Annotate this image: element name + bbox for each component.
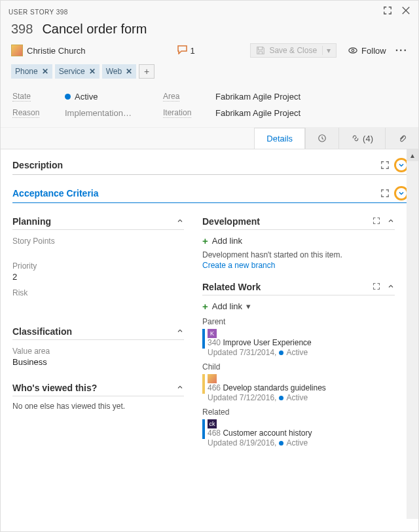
assignee-field[interactable]: Christie Church — [11, 45, 86, 56]
tab-details[interactable]: Details — [254, 128, 305, 149]
eye-icon — [348, 46, 357, 55]
work-item-id: 398 — [11, 22, 33, 37]
reason-label: Reason — [12, 108, 52, 118]
state-dot-icon — [279, 396, 283, 400]
follow-button[interactable]: Follow — [348, 46, 386, 56]
area-field[interactable]: Fabrikam Agile Project — [215, 92, 407, 102]
remove-tag-icon[interactable]: ✕ — [42, 67, 48, 76]
area-label: Area — [163, 92, 202, 102]
fullscreen-icon[interactable] — [373, 217, 380, 227]
avatar-icon: K — [208, 329, 217, 338]
plus-icon: + — [202, 301, 208, 312]
work-item-title[interactable]: Cancel order form — [42, 22, 147, 37]
svg-point-1 — [352, 49, 354, 52]
tab-history[interactable] — [305, 128, 338, 149]
assignee-name: Christie Church — [27, 46, 86, 56]
chevron-up-icon[interactable] — [387, 217, 395, 227]
avatar-icon — [11, 45, 23, 56]
type-bar-icon — [202, 374, 205, 394]
scrollbar[interactable]: ▲ — [407, 149, 418, 519]
dev-hint: Development hasn't started on this item. — [202, 250, 395, 259]
reason-field[interactable]: Implementation… — [65, 108, 150, 118]
value-area-value[interactable]: Business — [12, 357, 184, 367]
related-item-related[interactable]: ck 468 Customer account history Updated … — [202, 419, 395, 447]
avatar-icon: ck — [208, 419, 217, 428]
tag-web[interactable]: Web✕ — [102, 64, 136, 79]
state-field[interactable]: Active — [65, 92, 150, 102]
related-work-header[interactable]: Related Work — [202, 282, 261, 292]
save-close-button[interactable]: Save & Close ▾ — [250, 43, 337, 58]
avatar-icon — [208, 374, 217, 383]
child-label: Child — [202, 362, 395, 371]
related-item-child[interactable]: 466 Develop standards guidelines Updated… — [202, 374, 395, 402]
iteration-field[interactable]: Fabrikam Agile Project — [215, 108, 407, 118]
iteration-label: Iteration — [163, 108, 202, 118]
chevron-down-icon[interactable] — [396, 160, 407, 170]
save-icon — [256, 46, 265, 55]
save-label: Save & Close — [269, 46, 317, 55]
related-item-parent[interactable]: K 340 Improve User Experience Updated 7/… — [202, 329, 395, 357]
state-label: State — [12, 92, 52, 102]
comment-count: 1 — [191, 46, 195, 56]
state-dot-icon — [279, 351, 283, 355]
risk-label: Risk — [12, 288, 184, 297]
priority-label: Priority — [12, 261, 184, 271]
development-header[interactable]: Development — [202, 216, 260, 227]
state-dot-icon — [65, 94, 71, 100]
scroll-up-icon[interactable]: ▲ — [407, 149, 418, 161]
maximize-icon[interactable] — [383, 6, 392, 18]
planning-header[interactable]: Planning — [12, 216, 51, 227]
description-header[interactable]: Description — [12, 160, 63, 170]
link-icon — [351, 134, 360, 143]
add-related-link-button[interactable]: +Add link ▾ — [202, 301, 395, 312]
chevron-up-icon[interactable] — [176, 217, 184, 227]
classification-header[interactable]: Classification — [12, 326, 72, 337]
fullscreen-icon[interactable] — [380, 189, 390, 198]
remove-tag-icon[interactable]: ✕ — [126, 67, 132, 76]
fullscreen-icon[interactable] — [373, 282, 380, 292]
related-label: Related — [202, 408, 395, 417]
chevron-up-icon[interactable] — [176, 327, 184, 337]
tag-service[interactable]: Service✕ — [55, 64, 100, 79]
chevron-up-icon[interactable] — [176, 383, 184, 393]
tab-links[interactable]: (4) — [338, 128, 385, 149]
fullscreen-icon[interactable] — [380, 161, 390, 170]
attachment-icon — [397, 134, 407, 143]
remove-tag-icon[interactable]: ✕ — [89, 67, 96, 76]
chevron-up-icon[interactable] — [387, 282, 395, 292]
follow-label: Follow — [361, 46, 386, 56]
chevron-down-icon[interactable]: ▾ — [322, 46, 331, 55]
create-branch-link[interactable]: Create a new branch — [202, 261, 395, 270]
state-dot-icon — [279, 441, 283, 446]
viewed-header[interactable]: Who's viewed this? — [12, 383, 97, 393]
more-actions-button[interactable]: ··· — [395, 45, 408, 56]
tag-phone[interactable]: Phone✕ — [11, 64, 52, 79]
svg-point-0 — [349, 48, 357, 53]
comment-icon — [177, 45, 188, 56]
tags-row: Phone✕ Service✕ Web✕ + — [1, 64, 418, 85]
plus-icon: + — [202, 235, 208, 246]
parent-label: Parent — [202, 317, 395, 326]
add-dev-link-button[interactable]: +Add link — [202, 235, 395, 246]
type-bar-icon — [202, 329, 205, 349]
add-tag-button[interactable]: + — [139, 64, 155, 79]
work-item-type-label: USER STORY 398 — [9, 9, 68, 16]
chevron-down-icon[interactable] — [396, 188, 407, 199]
history-icon — [318, 134, 327, 143]
acceptance-criteria-header[interactable]: Acceptance Criteria — [12, 188, 99, 199]
tab-attachments[interactable] — [385, 128, 418, 149]
value-area-label: Value area — [12, 347, 184, 356]
viewed-text: No one else has viewed this yet. — [12, 402, 184, 411]
story-points-label: Story Points — [12, 237, 184, 246]
type-bar-icon — [202, 419, 205, 439]
priority-value[interactable]: 2 — [12, 272, 184, 282]
chevron-down-icon[interactable]: ▾ — [246, 301, 251, 311]
comments-button[interactable]: 1 — [177, 45, 195, 56]
close-icon[interactable] — [401, 6, 410, 18]
